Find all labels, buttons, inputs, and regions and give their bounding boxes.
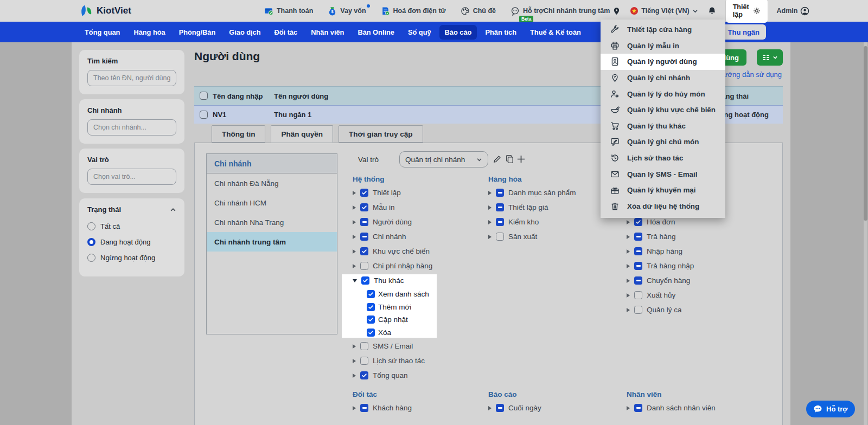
expand-arrow-icon[interactable] [627, 235, 630, 239]
expand-arrow-icon[interactable] [353, 191, 356, 195]
settings-menu-item-2[interactable]: Quản lý người dùng [601, 54, 725, 70]
radio-button[interactable] [87, 238, 95, 246]
current-branch[interactable]: Chi nhánh trung tâm [544, 7, 621, 15]
admin-menu[interactable]: Admin [777, 7, 810, 16]
expand-arrow-icon[interactable] [353, 249, 356, 254]
permission-checkbox-checked[interactable] [360, 189, 368, 197]
settings-menu-item-4[interactable]: Quản lý lý do hủy món [601, 86, 725, 102]
radio-button[interactable] [87, 254, 95, 262]
topbar-link-0[interactable]: Thanh toán [264, 7, 313, 16]
permission-row[interactable]: Xuất hủy [627, 288, 760, 302]
expand-arrow-icon[interactable] [353, 205, 356, 210]
permission-row[interactable]: Nhập hàng [627, 244, 760, 259]
kiotviet-logo[interactable]: KiotViet [79, 4, 131, 17]
expand-arrow-icon[interactable] [353, 220, 356, 224]
status-option-1[interactable]: Đang hoạt động [87, 234, 176, 250]
settings-menu-item-11[interactable]: Xóa dữ liệu hệ thống [601, 198, 725, 215]
permission-row[interactable]: SMS / Email [353, 339, 486, 353]
topbar-link-2[interactable]: Hoá đơn điện tử [381, 7, 446, 16]
nav-item-h-ng-h-a[interactable]: Hàng hóa [128, 25, 170, 40]
permission-checkbox-unchecked[interactable] [360, 342, 368, 350]
permission-row[interactable]: Danh sách nhân viên [627, 401, 760, 415]
permission-checkbox-partial[interactable] [496, 218, 504, 226]
permission-row[interactable]: Chuyển hàng [627, 273, 760, 288]
permission-checkbox-partial[interactable] [496, 203, 504, 211]
settings-menu-item-8[interactable]: Lịch sử thao tác [601, 150, 725, 166]
permission-checkbox-unchecked[interactable] [496, 233, 504, 241]
branch-item-0[interactable]: Chi nhánh Đà Nẵng [207, 173, 337, 193]
edit-role-icon[interactable] [493, 154, 502, 164]
permission-row[interactable]: Quản lý ca [627, 302, 760, 317]
expand-arrow-icon[interactable] [627, 249, 630, 254]
add-role-icon[interactable] [516, 154, 526, 164]
bell-icon[interactable] [707, 7, 717, 16]
settings-menu-item-9[interactable]: Quản lý SMS - Email [601, 166, 725, 182]
support-button[interactable]: Hỗ trợ [806, 401, 855, 417]
nav-item-s-qu-[interactable]: Sổ quỹ [403, 25, 437, 40]
page-scrollbar[interactable] [864, 42, 867, 425]
permission-row[interactable]: Sản xuất [488, 229, 621, 244]
permission-checkbox-checked[interactable] [367, 315, 375, 324]
settings-menu-item-1[interactable]: Quản lý mẫu in [601, 38, 725, 54]
permission-checkbox-checked[interactable] [360, 371, 368, 379]
permission-checkbox-partial[interactable] [634, 276, 642, 285]
nav-item--i-t-c[interactable]: Đối tác [269, 25, 303, 40]
chevron-up-icon[interactable] [170, 207, 176, 213]
permission-checkbox-unchecked[interactable] [360, 262, 368, 270]
settings-menu-item-5[interactable]: Quản lý khu vực chế biến [601, 102, 725, 118]
expand-arrow-icon[interactable] [627, 293, 630, 298]
expand-arrow-icon[interactable] [488, 235, 492, 239]
permission-checkbox-checked[interactable] [367, 329, 375, 337]
permission-checkbox-partial[interactable] [634, 233, 642, 241]
expand-arrow-icon[interactable] [488, 220, 492, 224]
status-option-2[interactable]: Ngừng hoạt động [87, 250, 176, 266]
radio-button[interactable] [87, 222, 95, 230]
permission-checkbox-partial[interactable] [360, 218, 368, 226]
branch-item-1[interactable]: Chi nhánh HCM [207, 193, 337, 212]
nav-item-t-ng-quan[interactable]: Tổng quan [79, 25, 125, 40]
expand-arrow-icon[interactable] [353, 374, 356, 378]
expand-arrow-icon[interactable] [488, 205, 492, 210]
row-checkbox[interactable] [200, 111, 208, 119]
expand-arrow-icon[interactable] [627, 279, 630, 283]
permission-checkbox-partial[interactable] [634, 404, 642, 412]
nav-item-ph-n-t-ch[interactable]: Phân tích [480, 25, 522, 40]
permission-checkbox-checked[interactable] [367, 290, 375, 298]
permission-row[interactable]: Mẫu in [353, 200, 486, 215]
nav-item-ph-ng-b-n[interactable]: Phòng/Bàn [174, 25, 221, 40]
copy-role-icon[interactable] [505, 154, 514, 164]
permission-row[interactable]: Chi phí nhập hàng [353, 259, 486, 273]
nav-item-b-o-c-o[interactable]: Báo cáo [439, 25, 477, 40]
permission-checkbox-partial[interactable] [634, 262, 642, 270]
expand-arrow-icon[interactable] [627, 220, 630, 224]
expand-arrow-icon[interactable] [488, 406, 492, 410]
permission-child-row[interactable]: Xóa [353, 326, 486, 339]
expand-arrow-icon[interactable] [488, 191, 492, 195]
branch-item-3[interactable]: Chi nhánh trung tâm [207, 232, 337, 252]
permission-row[interactable]: Khách hàng [353, 401, 486, 415]
nav-item-nh-n-vi-n[interactable]: Nhân viên [305, 25, 349, 40]
expand-arrow-icon[interactable] [353, 406, 356, 410]
scrollbar-thumb[interactable] [864, 46, 867, 221]
tab-2[interactable]: Thời gian truy cập [339, 125, 423, 143]
settings-menu-item-6[interactable]: Quản lý thu khác [601, 118, 725, 134]
permission-row[interactable]: Thu khác [353, 273, 486, 288]
permission-checkbox-checked[interactable] [361, 276, 369, 285]
permission-row[interactable]: Chi nhánh [353, 229, 486, 244]
topbar-link-3[interactable]: Chủ đề [461, 7, 496, 16]
nav-item-giao-d-ch[interactable]: Giao dịch [224, 25, 266, 40]
nav-item-b-n-online[interactable]: Bán Online [352, 25, 400, 40]
settings-button[interactable]: Thiết lập [726, 0, 768, 23]
settings-menu-item-0[interactable]: Thiết lập cửa hàng [601, 22, 725, 38]
permission-row[interactable]: Trả hàng nhập [627, 259, 760, 273]
permission-row[interactable]: Tổng quan [353, 368, 486, 383]
permission-checkbox-partial[interactable] [360, 404, 368, 412]
tab-1[interactable]: Phân quyền [271, 125, 333, 143]
permission-checkbox-partial[interactable] [496, 404, 504, 412]
expand-arrow-icon[interactable] [353, 359, 356, 363]
settings-menu-item-10[interactable]: Quản lý khuyến mại [601, 182, 725, 198]
permission-row[interactable]: Cuối ngày [488, 401, 621, 415]
filter-input-0[interactable] [87, 70, 176, 86]
permission-row[interactable]: Thiết lập [353, 185, 486, 200]
permission-child-row[interactable]: Xem danh sách [353, 288, 486, 301]
